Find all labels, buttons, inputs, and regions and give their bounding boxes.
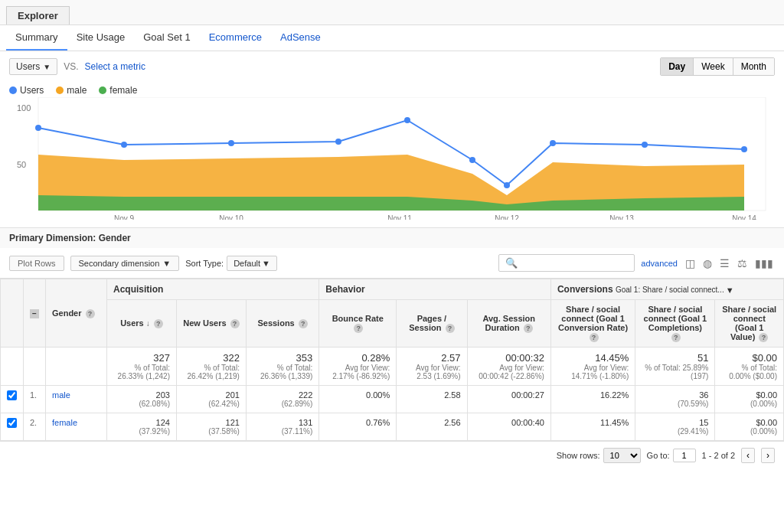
male-goalvalue-cell: $0.00 (0.00%) [715,386,784,413]
female-link[interactable]: female [52,418,77,427]
datapoint [228,140,234,146]
legend-users: Users [9,85,44,96]
totals-avgsession-val: 00:00:32 [505,352,544,364]
female-completions-cell: 15 (29.41%) [635,413,715,441]
datapoint [121,142,127,148]
search-icon: 🔍 [505,257,518,269]
totals-label-cell [46,348,107,386]
conv-rate-help-icon[interactable]: ? [590,333,599,342]
male-checkbox-cell[interactable] [1,386,24,413]
totals-completions-cell: 51 % of Total: 25.89% (197) [635,348,715,386]
totals-avgsession-sub: Avg for View: 00:00:42 (-22.86%) [474,364,544,380]
pages-help-icon[interactable]: ? [446,324,455,333]
grid-icon[interactable]: ◫ [684,256,697,271]
totals-avgsession-cell: 00:00:32 Avg for View: 00:00:42 (-22.86%… [467,348,550,386]
totals-convrate-sub: Avg for View: 14.71% (-1.80%) [557,364,629,380]
male-pages-cell: 2.58 [397,386,467,413]
tab-site-usage[interactable]: Site Usage [67,25,135,51]
sort-type-value: Default [234,259,260,268]
pie-icon[interactable]: ◍ [701,256,714,271]
datapoint [504,182,510,188]
checkbox-header [1,279,24,348]
male-completions-cell: 36 (70.59%) [635,386,715,413]
gender-help-icon[interactable]: ? [86,309,95,318]
female-checkbox-cell[interactable] [1,413,24,441]
table-row: 2. female 124 (37.92%) 121 (37.58%) 131 … [1,413,784,441]
search-input[interactable] [521,259,628,268]
next-page-button[interactable]: › [761,448,775,463]
totals-pages-cell: 2.57 Avg for View: 2.53 (1.69%) [397,348,467,386]
pages-session-col-header: Pages / Session ? [397,300,467,348]
totals-minus-cell [24,348,46,386]
pagination-bar: Show rows: 10 25 100 Go to: 1 - 2 of 2 ‹… [0,441,784,469]
male-users-cell: 203 (62.08%) [107,386,177,413]
male-link[interactable]: male [52,390,70,400]
sessions-help-icon[interactable]: ? [299,319,308,328]
totals-bounce-sub: Avg for View: 2.17% (-86.92%) [325,364,390,380]
datapoint [469,157,475,163]
chart-controls: Users ▼ VS. Select a metric Day Week Mon… [0,51,784,82]
table-controls-bar: Plot Rows Secondary dimension ▼ Sort Typ… [0,248,784,279]
female-goalvalue-cell: $0.00 (0.00%) [715,413,784,441]
goal-value-help-icon[interactable]: ? [759,333,768,342]
conversions-dropdown[interactable]: Goal 1: Share / social connect... ▼ [616,286,734,295]
new-users-help-icon[interactable]: ? [230,319,240,328]
legend-users-label: Users [20,85,44,96]
month-button[interactable]: Month [733,58,774,75]
male-checkbox[interactable] [7,390,17,400]
tab-ecommerce[interactable]: Ecommerce [200,25,271,51]
primary-dimension-bar: Primary Dimension: Gender [0,227,784,248]
avg-session-help-icon[interactable]: ? [524,324,533,333]
female-bounce-cell: 0.76% [319,413,397,441]
male-convrate-cell: 16.22% [550,386,635,413]
female-checkbox[interactable] [7,418,17,428]
plot-rows-button[interactable]: Plot Rows [9,256,64,271]
day-button[interactable]: Day [661,58,694,75]
bounce-help-icon[interactable]: ? [354,324,363,333]
rows-per-page-select[interactable]: 10 25 100 [603,448,641,463]
view-icons: ◫ ◍ ☰ ⚖ ▮▮▮ [684,256,775,271]
users-help-icon[interactable]: ? [154,319,163,328]
conv-dropdown-arrow-icon: ▼ [726,286,734,295]
primary-dimension-value: Gender [99,233,131,243]
gender-header-label: Gender [52,308,82,318]
tab-summary[interactable]: Summary [6,25,67,51]
goal-value-col-header: Share / social connect (Goal 1 Value) ? [715,300,784,348]
week-button[interactable]: Week [694,58,733,75]
totals-checkbox-cell [1,348,24,386]
select-metric-link[interactable]: Select a metric [85,61,145,72]
metric-dropdown[interactable]: Users ▼ [9,58,57,75]
chart-container: 100 50 ... Nov 9 Nov 10 Nov 11 Nov 12 No… [0,97,784,227]
list-icon[interactable]: ☰ [718,256,731,271]
female-sessions-cell: 131 (37.11%) [246,413,318,441]
filter-icon[interactable]: ⚖ [736,256,749,271]
sort-type-dropdown[interactable]: Default ▼ [227,256,277,271]
female-pages-cell: 2.56 [397,413,467,441]
goto-input[interactable] [673,449,696,462]
new-users-col-header: New Users ? [176,300,246,348]
svg-text:Nov 10: Nov 10 [219,214,243,220]
behavior-group-header: Behavior [319,279,551,300]
female-dot-icon [99,86,106,94]
users-dot-icon [9,86,17,94]
female-label-cell: female [46,413,107,441]
totals-new-users-sub: % of Total: 26.42% (1,219) [183,364,240,380]
advanced-link[interactable]: advanced [641,259,678,268]
bar-chart-icon[interactable]: ▮▮▮ [753,256,775,271]
minus-header[interactable]: − [24,279,46,348]
datapoint [35,125,41,131]
sort-type-label: Sort Type: [185,259,224,268]
users-sort-icon[interactable]: ↓ [146,319,150,328]
totals-convrate-val: 14.45% [595,352,629,364]
female-num-cell: 2. [24,413,46,441]
datapoint [404,117,410,123]
svg-text:Nov 11: Nov 11 [387,214,412,220]
secondary-dimension-dropdown[interactable]: Secondary dimension ▼ [70,256,180,271]
tab-goal-set1[interactable]: Goal Set 1 [134,25,199,51]
explorer-tab[interactable]: Explorer [6,6,70,24]
legend-female-label: female [109,85,137,96]
completions-help-icon[interactable]: ? [671,333,681,342]
tab-adsense[interactable]: AdSense [271,25,330,51]
prev-page-button[interactable]: ‹ [741,448,755,463]
users-col-header: Users ↓ ? [107,300,177,348]
